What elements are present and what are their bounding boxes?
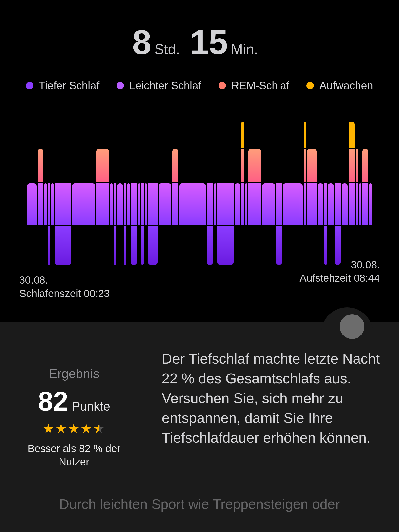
- legend-rem-label: REM-Schlaf: [231, 79, 289, 92]
- x-end-date: 30.08.: [299, 258, 380, 272]
- x-start-date: 30.08.: [19, 274, 110, 287]
- legend: Tiefer Schlaf Leichter Schlaf REM-Schlaf…: [0, 62, 399, 102]
- legend-dot-light-icon: [117, 82, 124, 89]
- score-stars: ★★★★★ ★★★★★: [43, 421, 106, 436]
- legend-dot-rem-icon: [219, 82, 226, 89]
- sleep-duration: 8 Std. 15 Min.: [0, 0, 399, 62]
- duration-hours: 8: [132, 23, 151, 61]
- x-start-time: Schlafenszeit 00:23: [19, 287, 110, 300]
- score-label: Ergebnis: [15, 366, 133, 381]
- legend-dot-wake-icon: [306, 82, 314, 89]
- legend-dot-deep-icon: [26, 82, 33, 89]
- legend-light-label: Leichter Schlaf: [129, 79, 201, 92]
- x-end-time: Aufstehzeit 08:44: [299, 272, 380, 285]
- panel-divider: [148, 349, 148, 469]
- drag-handle[interactable]: [340, 314, 364, 339]
- legend-deep: Tiefer Schlaf: [26, 79, 99, 92]
- legend-deep-label: Tiefer Schlaf: [39, 79, 99, 92]
- duration-minutes-unit: Min.: [231, 41, 258, 57]
- score-better-than: Besser als 82 % der Nutzer: [15, 442, 133, 469]
- score-unit: Punkte: [72, 399, 110, 413]
- legend-wake: Aufwachen: [306, 79, 373, 92]
- legend-light: Leichter Schlaf: [117, 79, 201, 92]
- result-panel: Ergebnis 82 Punkte ★★★★★ ★★★★★ Besser al…: [0, 322, 399, 532]
- legend-wake-label: Aufwachen: [319, 79, 373, 92]
- stars-fg-icon: ★★★★★: [43, 421, 100, 436]
- insight-text: Der Tiefschlaf machte letzte Nacht 22 % …: [153, 349, 384, 469]
- legend-rem: REM-Schlaf: [219, 79, 289, 92]
- sleep-chart-svg: [27, 119, 372, 267]
- duration-hours-unit: Std.: [154, 41, 180, 57]
- duration-minutes: 15: [190, 23, 227, 61]
- sleep-chart[interactable]: 30.08. Schlafenszeit 00:23 30.08. Aufste…: [27, 119, 372, 267]
- x-axis-end: 30.08. Aufstehzeit 08:44: [299, 258, 380, 285]
- score-block: Ergebnis 82 Punkte ★★★★★ ★★★★★ Besser al…: [15, 349, 143, 469]
- x-axis-start: 30.08. Schlafenszeit 00:23: [19, 274, 110, 300]
- score-value: 82: [38, 386, 68, 416]
- next-tip-teaser: Durch leichten Sport wie Treppensteigen …: [15, 496, 384, 512]
